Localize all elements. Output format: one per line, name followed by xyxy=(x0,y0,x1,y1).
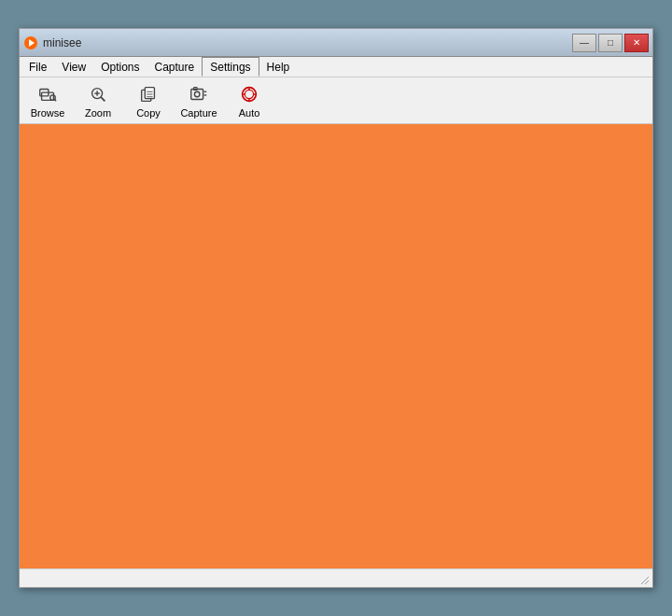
main-window: minisee — □ ✕ File View Options Capture … xyxy=(19,28,653,588)
zoom-button[interactable]: Zoom xyxy=(74,80,122,121)
app-icon xyxy=(23,35,38,50)
svg-point-16 xyxy=(194,91,200,97)
window-controls: — □ ✕ xyxy=(572,34,649,52)
capture-label: Capture xyxy=(180,107,217,119)
menu-bar: File View Options Capture Settings Help xyxy=(20,57,652,77)
browse-button[interactable]: Browse xyxy=(23,80,72,121)
copy-icon xyxy=(137,83,160,105)
auto-icon xyxy=(238,83,260,105)
auto-label: Auto xyxy=(239,107,260,119)
menu-view[interactable]: View xyxy=(54,57,93,77)
capture-icon xyxy=(188,83,210,105)
auto-button[interactable]: Auto xyxy=(225,80,273,121)
capture-button[interactable]: Capture xyxy=(175,80,223,121)
svg-point-21 xyxy=(245,90,253,98)
browse-label: Browse xyxy=(31,107,65,119)
content-area xyxy=(20,124,652,568)
menu-file[interactable]: File xyxy=(21,57,54,77)
toolbar: Browse Zoom xyxy=(20,77,652,124)
svg-line-26 xyxy=(641,577,649,584)
menu-settings[interactable]: Settings xyxy=(202,57,259,77)
svg-line-7 xyxy=(101,97,105,101)
window-title: minisee xyxy=(43,36,81,49)
svg-rect-15 xyxy=(191,89,203,99)
menu-capture[interactable]: Capture xyxy=(147,57,203,77)
menu-help[interactable]: Help xyxy=(259,57,298,77)
maximize-button[interactable]: □ xyxy=(598,34,623,52)
minimize-button[interactable]: — xyxy=(572,34,596,52)
browse-icon xyxy=(36,83,59,105)
svg-line-5 xyxy=(54,99,56,101)
copy-button[interactable]: Copy xyxy=(124,80,173,121)
menu-options[interactable]: Options xyxy=(93,57,147,77)
resize-grip[interactable] xyxy=(637,573,649,584)
title-bar: minisee — □ ✕ xyxy=(20,29,652,57)
title-bar-left: minisee xyxy=(23,35,81,50)
zoom-label: Zoom xyxy=(85,107,111,119)
close-button[interactable]: ✕ xyxy=(624,34,649,52)
zoom-icon xyxy=(87,83,109,105)
copy-label: Copy xyxy=(136,107,161,119)
svg-line-27 xyxy=(645,581,649,584)
status-bar xyxy=(20,568,652,587)
